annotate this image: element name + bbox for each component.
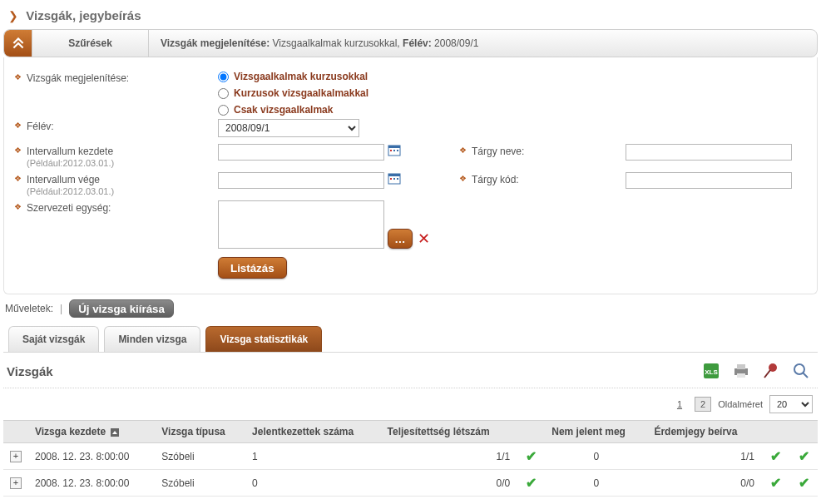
filter-panel: ❖ Vizsgák megjelenítése: Vizsgaalkalmak … [3, 57, 818, 294]
row-interval-end: ❖ Intervallum vége (Például:2012.03.01.)… [14, 172, 807, 197]
tab-all-exams[interactable]: Minden vizsga [104, 326, 200, 352]
diamond-icon: ❖ [14, 202, 22, 211]
th-noshow[interactable]: Nem jelent meg [545, 421, 647, 443]
subject-code-input[interactable] [626, 172, 792, 189]
sort-indicator-icon [111, 428, 119, 437]
page-link-2[interactable]: 2 [695, 397, 711, 412]
check-icon: ✔ [799, 476, 809, 490]
cell-date: 2009. 01. 06. 8:00:00 [28, 497, 155, 505]
radio-option-1[interactable] [218, 72, 229, 82]
tabs: Saját vizsgák Minden vizsga Vizsga stati… [3, 326, 818, 353]
check-icon: ✔ [770, 449, 781, 463]
th-exam-type[interactable]: Vizsga típusa [155, 421, 245, 443]
subject-name-input[interactable] [626, 144, 792, 161]
table-row: +2008. 12. 23. 8:00:00Szóbeli11/1✔01/1✔✔ [3, 443, 818, 470]
pager: 1 2 Oldalméret 20 [3, 388, 818, 420]
export-xls-icon[interactable]: XLS [701, 361, 721, 381]
page-title: Vizsgák, jegybeírás [26, 8, 141, 22]
new-exam-button[interactable]: Új vizsga kiírása [69, 299, 174, 318]
calendar-icon[interactable] [388, 172, 401, 185]
th-exam-start[interactable]: Vizsga kezdete [28, 421, 155, 443]
page-link-1[interactable]: 1 [671, 397, 688, 412]
tab-exam-statistics[interactable]: Vizsga statisztikák [205, 326, 322, 352]
list-button[interactable]: Listázás [218, 257, 287, 279]
cell-completion-check: ✔ [517, 443, 545, 470]
cell-applicants: 1 [245, 443, 380, 470]
svg-rect-2 [390, 150, 392, 151]
filter-current-prefix: Vizsgák megjelenítése: [161, 37, 270, 49]
expand-row-button[interactable]: + [10, 477, 22, 489]
org-unit-label: Szervezeti egység: [27, 202, 111, 214]
cell-completion: 2/2 [381, 497, 517, 505]
row-interval-start: ❖ Intervallum kezdete (Például:2012.03.0… [14, 144, 807, 169]
interval-end-hint: (Például:2012.03.01.) [27, 186, 114, 196]
cell-noshow: 0 [545, 470, 647, 497]
svg-rect-8 [393, 178, 395, 180]
table-row: +2009. 01. 06. 8:00:00Szóbeli22/2✔02/2✔✔ [3, 497, 818, 505]
th-grade[interactable]: Érdemjegy beírva [647, 421, 761, 443]
calendar-icon[interactable] [388, 144, 401, 157]
org-unit-textarea[interactable] [218, 200, 384, 249]
radio-label-3: Csak vizsgaalkalmak [234, 104, 333, 116]
cell-completion: 1/1 [381, 443, 517, 470]
cell-row-check: ✔ [789, 497, 818, 505]
th-completion[interactable]: Teljesítettség létszám [381, 421, 517, 443]
check-icon: ✔ [526, 449, 537, 463]
radio-option-3[interactable] [218, 105, 229, 116]
svg-rect-1 [388, 146, 400, 148]
search-icon[interactable] [791, 361, 811, 381]
org-unit-clear-button[interactable]: ✕ [418, 230, 430, 248]
row-term: ❖ Félév: 2008/09/1 [14, 119, 807, 141]
page-header: ❯ Vizsgák, jegybeírás [3, 3, 818, 29]
interval-end-input[interactable] [218, 172, 384, 189]
separator: | [60, 303, 62, 314]
tab-own-exams[interactable]: Saját vizsgák [8, 326, 99, 352]
page-size-select[interactable]: 20 [769, 395, 813, 413]
filter-current-term-value: 2008/09/1 [434, 37, 478, 49]
cell-applicants: 2 [245, 497, 380, 505]
term-label: Félév: [27, 121, 54, 132]
diamond-icon: ❖ [14, 146, 22, 155]
cell-row-check: ✔ [789, 443, 818, 470]
check-icon: ✔ [799, 449, 809, 463]
cell-grade-check: ✔ [761, 443, 789, 470]
cell-grade: 1/1 [647, 443, 761, 470]
svg-rect-3 [393, 150, 395, 151]
interval-start-hint: (Például:2012.03.01.) [27, 158, 114, 168]
diamond-icon: ❖ [14, 174, 22, 183]
expand-row-button[interactable]: + [10, 451, 22, 462]
list-title: Vizsgák [7, 364, 53, 378]
filter-bar: Szűrések Vizsgák megjelenítése: Vizsgaal… [3, 29, 818, 57]
pin-icon[interactable] [761, 361, 781, 381]
diamond-icon: ❖ [459, 174, 467, 183]
check-icon: ✔ [526, 476, 537, 490]
radio-option-2[interactable] [218, 88, 229, 99]
th-exam-start-label: Vizsga kezdete [35, 426, 106, 437]
term-select[interactable]: 2008/09/1 [218, 119, 359, 137]
cell-noshow: 0 [545, 497, 647, 505]
diamond-icon: ❖ [14, 121, 22, 130]
cell-type: Szóbeli [155, 497, 245, 505]
cell-completion: 0/0 [381, 470, 517, 497]
svg-text:XLS: XLS [705, 368, 718, 376]
cell-grade: 2/2 [647, 497, 761, 505]
cell-noshow: 0 [545, 443, 647, 470]
print-icon[interactable] [731, 361, 751, 381]
display-radio-group: Vizsgaalkalmak kurzusokkal Kurzusok vizs… [218, 71, 368, 116]
interval-start-label: Intervallum kezdete [27, 146, 113, 157]
filter-current-term-label: Félév: [403, 37, 432, 49]
th-grade-check [761, 421, 789, 443]
display-label: Vizsgák megjelenítése: [27, 72, 129, 84]
table-row: +2008. 12. 23. 8:00:00Szóbeli00/0✔00/0✔✔ [3, 470, 818, 497]
th-applicants[interactable]: Jelentkezettek száma [245, 421, 380, 443]
th-expand [3, 421, 28, 443]
check-icon: ✔ [770, 476, 781, 490]
interval-start-input[interactable] [218, 144, 384, 161]
subject-name-label: Tárgy neve: [472, 146, 524, 157]
list-header: Vizsgák XLS [3, 353, 818, 388]
org-unit-browse-button[interactable]: … [388, 229, 413, 249]
cell-row-check: ✔ [789, 470, 818, 497]
list-tools: XLS [701, 361, 811, 381]
diamond-icon: ❖ [14, 72, 22, 82]
collapse-filters-button[interactable] [4, 30, 32, 57]
